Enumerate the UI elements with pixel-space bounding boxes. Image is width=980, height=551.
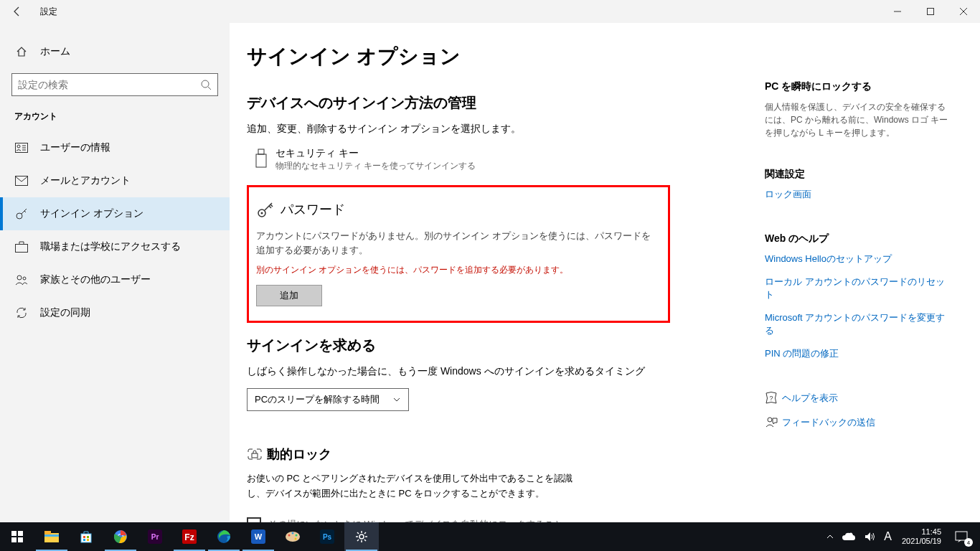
svg-rect-9: [258, 149, 264, 154]
option-security-key[interactable]: セキュリティ キー 物理的なセキュリティ キーを使ってサインインする: [247, 143, 670, 182]
tray-ime[interactable]: A: [880, 522, 896, 551]
chevron-down-icon: [392, 395, 401, 404]
sidebar-item-label: 職場または学校にアクセスする: [29, 240, 181, 253]
taskbar-word[interactable]: W: [241, 522, 275, 551]
sidebar-item-family[interactable]: 家族とその他のユーザー: [0, 263, 230, 296]
option-subtitle: 物理的なセキュリティ キーを使ってサインインする: [275, 160, 476, 172]
svg-rect-17: [18, 531, 23, 536]
svg-text:W: W: [255, 532, 263, 541]
checkbox-label: その場にいないときに Windows でデバイスを自動的にロックすることを許可す…: [268, 517, 570, 522]
sidebar-item-sync[interactable]: 設定の同期: [0, 296, 230, 329]
taskbar-explorer[interactable]: [34, 522, 69, 551]
sync-icon: [14, 306, 29, 319]
taskbar-filezilla[interactable]: Fz: [172, 522, 207, 551]
link-lock-screen[interactable]: ロック画面: [765, 188, 951, 201]
sidebar-item-email-accounts[interactable]: メールとアカウント: [0, 164, 230, 197]
svg-rect-16: [11, 531, 17, 536]
sidebar-item-label: ユーザーの情報: [29, 141, 110, 154]
webhelp-heading: Web のヘルプ: [765, 232, 951, 245]
notif-badge: 4: [964, 538, 973, 547]
password-warning: 別のサインイン オプションを使うには、パスワードを追加する必要があります。: [256, 264, 656, 276]
page-title: サインイン オプション: [247, 43, 670, 70]
maximize-button[interactable]: [914, 0, 947, 23]
right-panel: PC を瞬時にロックする 個人情報を保護し、デバイスの安全を確保するには、PC …: [765, 43, 951, 441]
add-password-button[interactable]: 追加: [256, 285, 322, 306]
taskbar-premiere[interactable]: Pr: [138, 522, 172, 551]
sidebar-item-signin-options[interactable]: サインイン オプション: [0, 197, 230, 230]
taskbar-chrome[interactable]: [103, 522, 138, 551]
minimize-button[interactable]: [881, 0, 914, 23]
people-icon: [14, 274, 29, 286]
feedback-icon: [765, 416, 782, 429]
svg-rect-0: [928, 9, 934, 15]
taskbar-paint[interactable]: [275, 522, 310, 551]
svg-point-15: [768, 418, 772, 422]
checkbox[interactable]: [247, 517, 261, 522]
close-button[interactable]: [947, 0, 980, 23]
home-nav[interactable]: ホーム: [0, 37, 230, 66]
svg-rect-4: [16, 176, 28, 186]
sidebar-item-label: サインイン オプション: [29, 207, 143, 220]
svg-point-41: [296, 534, 298, 537]
svg-rect-27: [87, 539, 89, 541]
start-button[interactable]: [0, 522, 34, 551]
svg-rect-6: [16, 245, 28, 253]
taskbar: Pr Fz W Ps A 11:45 2021/05/19 4: [0, 522, 980, 551]
search-input[interactable]: [18, 79, 200, 90]
svg-text:?: ?: [769, 395, 773, 402]
feedback-label: フィードバックの送信: [782, 416, 875, 429]
link-local-password-reset[interactable]: ローカル アカウントのパスワードのリセット: [765, 276, 951, 301]
svg-point-42: [295, 538, 297, 540]
home-label: ホーム: [29, 45, 70, 58]
svg-rect-24: [83, 536, 85, 538]
key-icon: [14, 207, 29, 220]
search-box[interactable]: [11, 73, 218, 96]
tray-date: 2021/05/19: [902, 537, 941, 546]
dynamic-lock-desc: お使いの PC とペアリングされたデバイスを使用して外出中であることを認識し、デ…: [247, 471, 577, 501]
taskbar-photoshop[interactable]: Ps: [310, 522, 344, 551]
lock-pc-desc: 個人情報を保護し、デバイスの安全を確保するには、PC から離れる前に、Windo…: [765, 100, 951, 139]
window-title: 設定: [34, 6, 57, 18]
tray-volume-icon[interactable]: [859, 522, 880, 551]
dynamic-lock-checkbox-row[interactable]: その場にいないときに Windows でデバイスを自動的にロックすることを許可す…: [247, 517, 670, 522]
link-hello-setup[interactable]: Windows Helloのセットアップ: [765, 253, 951, 265]
sidebar-item-user-info[interactable]: ユーザーの情報: [0, 131, 230, 164]
sidebar-item-label: 家族とその他のユーザー: [29, 273, 151, 286]
password-highlight-box: パスワード アカウントにパスワードがありません。別のサインイン オプションを使う…: [247, 185, 670, 323]
mail-icon: [14, 176, 29, 186]
svg-rect-25: [87, 536, 89, 538]
get-help[interactable]: ? ヘルプを表示: [765, 392, 951, 405]
tray-onedrive-icon[interactable]: [838, 522, 859, 551]
dropdown-value: PCのスリープを解除する時間: [255, 393, 380, 406]
link-ms-password-change[interactable]: Microsoft アカウントのパスワードを変更する: [765, 311, 951, 337]
sidebar-item-label: メールとアカウント: [29, 174, 131, 187]
taskbar-store[interactable]: [69, 522, 103, 551]
usb-key-icon: [247, 147, 275, 169]
require-signin-heading: サインインを求める: [247, 336, 670, 355]
link-pin-fix[interactable]: PIN の問題の修正: [765, 347, 951, 360]
svg-point-1: [202, 80, 209, 88]
send-feedback[interactable]: フィードバックの送信: [765, 416, 951, 429]
option-password[interactable]: パスワード: [256, 200, 656, 219]
tray-overflow[interactable]: [822, 522, 838, 551]
svg-point-40: [292, 532, 294, 534]
svg-point-7: [17, 276, 22, 280]
sidebar-item-work-school[interactable]: 職場または学校にアクセスする: [0, 230, 230, 263]
taskbar-settings[interactable]: [344, 522, 379, 551]
require-signin-dropdown[interactable]: PCのスリープを解除する時間: [247, 388, 409, 411]
home-icon: [14, 46, 29, 57]
svg-point-5: [17, 213, 22, 219]
sidebar: ホーム アカウント ユーザーの情報 メールとアカウント サインイン オプション: [0, 23, 230, 522]
taskbar-edge[interactable]: [207, 522, 241, 551]
svg-point-3: [17, 145, 20, 148]
main-content: サインイン オプション デバイスへのサインイン方法の管理 追加、変更、削除するサ…: [230, 23, 980, 522]
tray-clock[interactable]: 11:45 2021/05/19: [896, 527, 947, 546]
password-title: パスワード: [281, 201, 345, 218]
dynamic-lock-heading: 動的ロック: [267, 446, 331, 463]
tray-notifications[interactable]: 4: [947, 522, 976, 551]
svg-text:Ps: Ps: [323, 533, 332, 541]
back-button[interactable]: [0, 0, 34, 23]
svg-rect-23: [81, 534, 91, 542]
password-desc: アカウントにパスワードがありません。別のサインイン オプションを使うには、パスワ…: [256, 229, 656, 257]
sidebar-item-label: 設定の同期: [29, 306, 90, 319]
